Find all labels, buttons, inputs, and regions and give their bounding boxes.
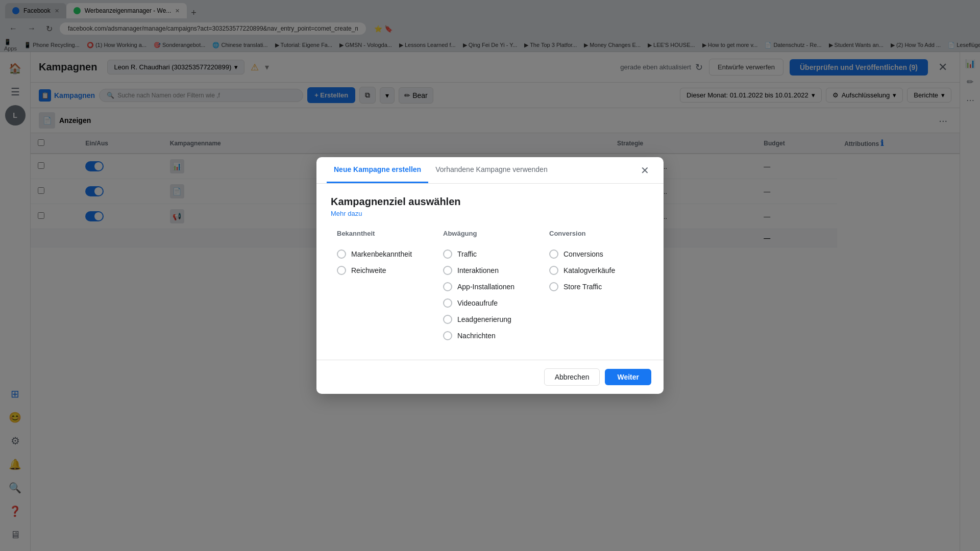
katalogverkaufe-label: Katalogverkäufe	[564, 266, 615, 274]
interaktionen-radio[interactable]	[443, 266, 452, 275]
campaign-goal-modal: Neue Kampagne erstellen Vorhandene Kampa…	[316, 157, 664, 394]
markenbekanntheit-option[interactable]: Markenbekanntheit	[337, 249, 431, 259]
conversion-category-label: Conversion	[549, 230, 643, 241]
modal-footer: Abbrechen Weiter	[316, 360, 664, 394]
reichweite-radio[interactable]	[337, 266, 346, 275]
weiter-button[interactable]: Weiter	[605, 369, 651, 385]
bekanntheit-category-label: Bekanntheit	[337, 230, 431, 241]
nachrichten-label: Nachrichten	[457, 332, 496, 340]
modal-overlay[interactable]: Neue Kampagne erstellen Vorhandene Kampa…	[0, 0, 980, 551]
conversions-radio[interactable]	[549, 249, 558, 259]
traffic-radio[interactable]	[443, 249, 452, 259]
videoaufrufe-label: Videoaufrufe	[457, 299, 498, 307]
modal-mehr-dazu-link[interactable]: Mehr dazu	[331, 210, 649, 217]
conversions-label: Conversions	[564, 250, 603, 258]
nachrichten-radio[interactable]	[443, 331, 452, 340]
app-installationen-radio[interactable]	[443, 282, 452, 291]
modal-tabs: Neue Kampagne erstellen Vorhandene Kampa…	[316, 157, 664, 184]
app-installationen-label: App-Installationen	[457, 283, 514, 291]
modal-tab-existing[interactable]: Vorhandene Kampagne verwenden	[428, 157, 555, 183]
modal-close-button[interactable]: ✕	[636, 157, 653, 183]
store-traffic-radio[interactable]	[549, 282, 558, 291]
bekanntheit-column: Bekanntheit Markenbekanntheit Reichweite	[331, 230, 437, 347]
conversions-option[interactable]: Conversions	[549, 249, 643, 259]
abwaegung-category-label: Abwägung	[443, 230, 537, 241]
reichweite-label: Reichweite	[351, 266, 386, 274]
traffic-option[interactable]: Traffic	[443, 249, 537, 259]
objective-grid: Bekanntheit Markenbekanntheit Reichweite…	[331, 230, 649, 347]
reichweite-option[interactable]: Reichweite	[337, 266, 431, 275]
abwaegung-column: Abwägung Traffic Interaktionen App-Insta…	[437, 230, 543, 347]
modal-wrapper: Neue Kampagne erstellen Vorhandene Kampa…	[316, 157, 664, 394]
leadgenerierung-radio[interactable]	[443, 315, 452, 324]
katalogverkaufe-option[interactable]: Katalogverkäufe	[549, 266, 643, 275]
modal-body: Kampagnenziel auswählen Mehr dazu Bekann…	[316, 184, 664, 360]
markenbekanntheit-label: Markenbekanntheit	[351, 250, 412, 258]
interaktionen-option[interactable]: Interaktionen	[443, 266, 537, 275]
videoaufrufe-radio[interactable]	[443, 298, 452, 308]
markenbekanntheit-radio[interactable]	[337, 249, 346, 259]
katalogverkaufe-radio[interactable]	[549, 266, 558, 275]
modal-title: Kampagnenziel auswählen	[331, 196, 649, 208]
nachrichten-option[interactable]: Nachrichten	[443, 331, 537, 340]
conversion-column: Conversion Conversions Katalogverkäufe S…	[543, 230, 649, 347]
traffic-label: Traffic	[457, 250, 477, 258]
interaktionen-label: Interaktionen	[457, 266, 499, 274]
videoaufrufe-option[interactable]: Videoaufrufe	[443, 298, 537, 308]
leadgenerierung-label: Leadgenerierung	[457, 315, 511, 323]
leadgenerierung-option[interactable]: Leadgenerierung	[443, 315, 537, 324]
app-installationen-option[interactable]: App-Installationen	[443, 282, 537, 291]
cancel-button[interactable]: Abbrechen	[544, 368, 600, 386]
store-traffic-option[interactable]: Store Traffic	[549, 282, 643, 291]
modal-tab-new[interactable]: Neue Kampagne erstellen	[327, 157, 428, 183]
store-traffic-label: Store Traffic	[564, 283, 602, 291]
